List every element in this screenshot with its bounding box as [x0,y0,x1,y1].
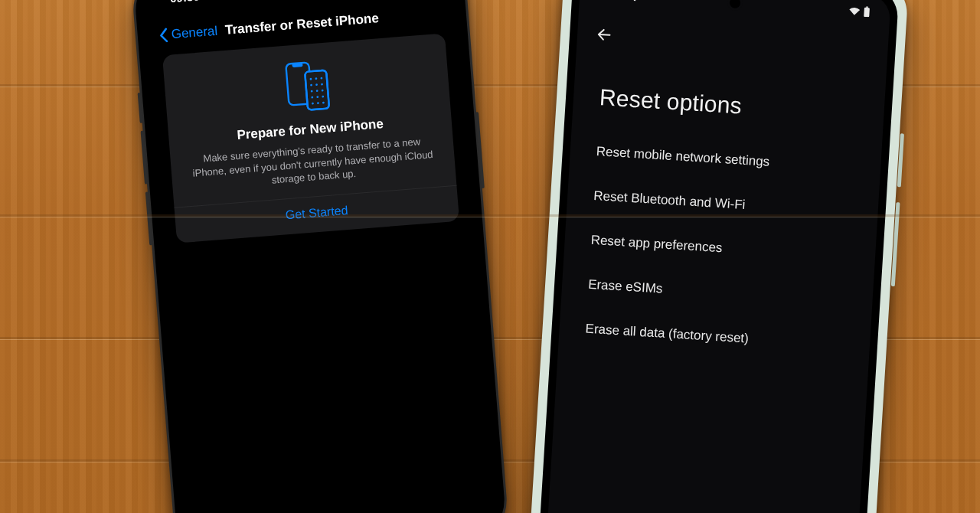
android-status-time: 09:30 [599,0,625,2]
do-not-disturb-icon [202,0,214,1]
prepare-card: Prepare for New iPhone Make sure everyth… [162,33,459,243]
transfer-devices-icon [178,51,436,122]
svg-line-27 [599,34,610,35]
iphone-device: 09:30 100 [130,0,510,513]
pixel-device: 09:30 [526,0,909,513]
pixel-bezel: 09:30 [535,0,899,513]
wifi-icon [848,5,861,15]
ios-status-time: 09:30 [169,0,200,5]
get-started-button[interactable]: Get Started [188,187,445,231]
back-label: General [171,24,218,43]
pixel-power-button [897,133,904,187]
back-button[interactable]: General [158,24,218,44]
page-title: Reset options [599,84,743,119]
reset-item-app-prefs[interactable]: Reset app preferences [590,233,856,264]
wooden-desk-background: 09:30 100 [0,0,980,513]
battery-icon [863,5,871,17]
dynamic-island [253,0,346,7]
reset-item-network[interactable]: Reset mobile network settings [596,144,861,175]
iphone-screen: 09:30 100 [142,0,498,513]
iphone-mute-switch [138,93,143,123]
pixel-screen: 09:30 [544,0,891,513]
reset-item-factory[interactable]: Erase all data (factory reset) [585,322,851,353]
pixel-volume-button [891,202,900,286]
reset-item-esims[interactable]: Erase eSIMs [588,277,854,309]
svg-rect-25 [864,7,870,17]
iphone-power-button [475,112,485,188]
iphone-volume-up-button [141,131,148,185]
settings-notification-icon [629,0,639,2]
android-status-bar: 09:30 [580,0,890,18]
back-button[interactable] [596,26,613,44]
chevron-left-icon [158,28,170,44]
svg-rect-26 [866,6,868,8]
page-title: Transfer or Reset iPhone [224,11,379,38]
arrow-left-icon [596,26,613,44]
iphone-volume-down-button [145,191,152,245]
reset-options-list: Reset mobile network settings Reset Blue… [585,144,861,353]
reset-item-bluetooth[interactable]: Reset Bluetooth and Wi-Fi [593,188,859,220]
